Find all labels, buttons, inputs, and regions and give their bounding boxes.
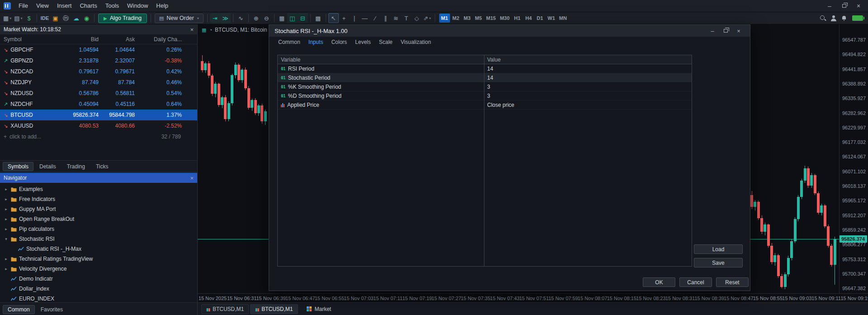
- dialog-tab-colors[interactable]: Colors: [327, 38, 351, 47]
- column-ask[interactable]: Ask: [100, 36, 136, 43]
- ok-button[interactable]: OK: [643, 277, 675, 287]
- market-watch-row-nzdusd[interactable]: ↘NZDUSD0.567860.568110.54%: [0, 88, 197, 99]
- chart-tab-btcusd-m1[interactable]: ▮▮BTCUSD,M1: [201, 304, 249, 314]
- timeframe-m30[interactable]: M30: [498, 14, 511, 23]
- nav-item-velocity-divergence[interactable]: ▸Velocity Divergence: [0, 264, 197, 274]
- minimize-button[interactable]: –: [823, 1, 836, 11]
- menu-tools[interactable]: Tools: [101, 0, 123, 12]
- market-button[interactable]: Market: [307, 306, 332, 312]
- zoom-in-icon[interactable]: ⊕: [251, 13, 261, 23]
- timeframe-m15[interactable]: M15: [484, 14, 498, 23]
- price-scale[interactable]: 96547.78796494.82296441.85796388.8929633…: [839, 24, 868, 293]
- timeframe-w1[interactable]: W1: [546, 14, 557, 23]
- vertical-line-tool-icon[interactable]: ∣: [349, 13, 360, 23]
- column-daily[interactable]: Daily Cha...: [136, 36, 183, 43]
- dialog-tab-visualization[interactable]: Visualization: [397, 38, 435, 47]
- algo-trading-button[interactable]: ▶Algo Trading: [98, 14, 147, 23]
- market-watch-row-nzdchf[interactable]: ↗NZDCHF0.450940.451160.64%: [0, 99, 197, 110]
- menu-help[interactable]: Help: [152, 0, 172, 12]
- param-row-rsi-period[interactable]: 01RSI Period14: [278, 64, 692, 73]
- param-row-applied-price[interactable]: Applied PriceClose price: [278, 100, 692, 110]
- navigator-close-icon[interactable]: ×: [190, 175, 194, 181]
- market-watch-row-btcusd[interactable]: ↘BTCUSD95826.37495844.7981.37%: [0, 110, 197, 120]
- chevron-right-icon[interactable]: ▸: [4, 217, 9, 221]
- nav-item-stochatic-rsi-h-max[interactable]: Stochatic RSI -_H-Max: [0, 244, 197, 254]
- timeframe-mn[interactable]: MN: [557, 14, 569, 23]
- indicator-window-icon[interactable]: ⊟: [298, 13, 308, 23]
- channel-tool-icon[interactable]: ∥: [380, 13, 391, 23]
- market-watch-row-nzdcad[interactable]: ↘NZDCAD0.796170.796710.42%: [0, 66, 197, 77]
- horizontal-line-tool-icon[interactable]: ―: [360, 13, 370, 23]
- zoom-out-icon[interactable]: ⊖: [261, 13, 272, 23]
- tab-details[interactable]: Details: [34, 162, 61, 171]
- timeframe-m1[interactable]: M1: [439, 14, 450, 23]
- insert-objects-icon[interactable]: ▩: [313, 13, 323, 23]
- column-bid[interactable]: Bid: [68, 36, 100, 43]
- menu-view[interactable]: View: [32, 0, 53, 12]
- restore-button[interactable]: [837, 1, 851, 11]
- nav-item-stochastic-rsi[interactable]: ▾Stochastic RSI: [0, 234, 197, 244]
- dialog-close-button[interactable]: ×: [733, 26, 745, 35]
- auto-scroll-icon[interactable]: ≫: [220, 13, 231, 23]
- dialog-tab-inputs[interactable]: Inputs: [305, 38, 327, 47]
- chevron-right-icon[interactable]: ▸: [4, 207, 9, 211]
- tab-trading[interactable]: Trading: [62, 162, 90, 171]
- close-button[interactable]: ×: [852, 1, 865, 11]
- table-column-divider[interactable]: [484, 55, 484, 266]
- time-axis[interactable]: 15 Nov 202515 Nov 06:3115 Nov 06:3915 No…: [198, 293, 868, 302]
- nav-item-dollar-index[interactable]: Dollar_index: [0, 284, 197, 294]
- new-chart-icon[interactable]: ▦▾: [2, 13, 13, 23]
- shapes-tool-icon[interactable]: ◇: [412, 13, 422, 23]
- save-button[interactable]: Save: [694, 258, 743, 267]
- market-watch-row-gbpnzd[interactable]: ↗GBPNZD2.318782.32007-0.38%: [0, 55, 197, 66]
- crosshair-tool-icon[interactable]: +: [339, 13, 349, 23]
- dialog-tab-levels[interactable]: Levels: [351, 38, 375, 47]
- chevron-right-icon[interactable]: ▸: [4, 187, 9, 191]
- chevron-right-icon[interactable]: ▸: [4, 197, 9, 201]
- tab-symbols[interactable]: Symbols: [3, 162, 33, 171]
- lock-icon[interactable]: ▣: [50, 13, 61, 23]
- market-watch-toggle-icon[interactable]: $: [24, 13, 34, 23]
- dialog-minimize-button[interactable]: –: [707, 26, 718, 35]
- timeframe-m5[interactable]: M5: [473, 14, 484, 23]
- reset-button[interactable]: Reset: [716, 277, 749, 287]
- dialog-titlebar[interactable]: Stochatic RSI -_H-Max 1.00 – ×: [269, 25, 750, 37]
- chevron-right-icon[interactable]: ▸: [4, 257, 9, 261]
- text-tool-icon[interactable]: T: [401, 13, 412, 23]
- market-watch-row-nzdjpy[interactable]: ↘NZDJPY87.74987.7840.46%: [0, 77, 197, 88]
- new-order-button[interactable]: ▤New Order▾: [155, 14, 204, 23]
- chart-tab-btcusd-m1[interactable]: ▮▮BTCUSD,M1: [250, 304, 298, 314]
- arrows-tool-icon[interactable]: ⇗▾: [422, 13, 432, 23]
- market-watch-close-icon[interactable]: ×: [190, 26, 194, 33]
- nav-item-open-range-breakout[interactable]: ▸Open Range BreakOut: [0, 214, 197, 224]
- search-icon[interactable]: [818, 13, 828, 23]
- timeframe-h4[interactable]: H4: [523, 14, 534, 23]
- param-row-stochastic-period[interactable]: 01Stochastic Period14: [278, 73, 692, 82]
- dialog-tab-common[interactable]: Common: [275, 38, 304, 47]
- tile-windows-icon[interactable]: ▦: [277, 13, 287, 23]
- menu-file[interactable]: File: [14, 0, 32, 12]
- column-symbol[interactable]: Symbol: [0, 36, 68, 43]
- dialog-restore-button[interactable]: [720, 26, 731, 35]
- menu-charts[interactable]: Charts: [76, 0, 101, 12]
- chevron-right-icon[interactable]: ▸: [4, 267, 9, 271]
- mql-community-icon[interactable]: ⓜ: [61, 13, 71, 23]
- timeframe-d1[interactable]: D1: [535, 14, 545, 23]
- dialog-tab-scale[interactable]: Scale: [375, 38, 396, 47]
- timeframe-h1[interactable]: H1: [512, 14, 523, 23]
- account-icon[interactable]: [828, 13, 839, 23]
- market-watch-row-gbpchf[interactable]: ↘GBPCHF1.045941.046440.26%: [0, 44, 197, 55]
- nav-item-demo-indicatr[interactable]: Demo Indicatr: [0, 274, 197, 284]
- market-watch-add-row[interactable]: + click to add... 32 / 789: [0, 131, 197, 142]
- timeframe-m3[interactable]: M3: [462, 14, 473, 23]
- metaeditor-ide-icon[interactable]: IDE: [39, 13, 50, 23]
- chart-profiles-icon[interactable]: ▤▾: [13, 13, 24, 23]
- data-window-icon[interactable]: ◫: [287, 13, 298, 23]
- menu-window[interactable]: Window: [123, 0, 152, 12]
- status-circle-icon[interactable]: ◉: [81, 13, 92, 23]
- notifications-icon[interactable]: [839, 13, 849, 23]
- fibonacci-tool-icon[interactable]: ≋: [391, 13, 401, 23]
- menu-insert[interactable]: Insert: [53, 0, 76, 12]
- cancel-button[interactable]: Cancel: [679, 277, 712, 287]
- chevron-down-icon[interactable]: ▾: [4, 237, 9, 241]
